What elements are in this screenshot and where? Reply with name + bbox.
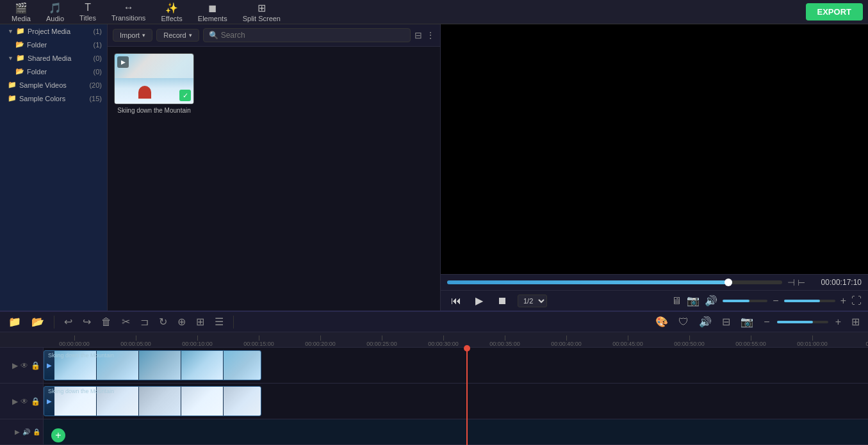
track-lock2-icon[interactable]: 🔒 xyxy=(31,397,40,406)
preview-video xyxy=(441,24,868,274)
tree-item-sample-videos[interactable]: 📁 Sample Videos (20) xyxy=(0,78,107,92)
track-lock-icon[interactable]: 🔒 xyxy=(31,361,40,370)
nav-titles[interactable]: T Titles xyxy=(73,1,102,23)
snapshot-button[interactable]: 📷 xyxy=(737,314,757,329)
track-audio-icon[interactable]: ▶ xyxy=(15,428,20,435)
video-clip-2[interactable]: ▶ Skiing down the Mountain xyxy=(44,386,261,416)
export-button[interactable]: EXPORT xyxy=(806,3,863,20)
tree-item-sample-colors[interactable]: 📁 Sample Colors (15) xyxy=(0,92,107,105)
new-folder-icon[interactable]: 📂 xyxy=(28,314,47,329)
redo-button[interactable]: ↪ xyxy=(79,314,94,329)
track-eye-icon[interactable]: 👁 xyxy=(20,361,28,370)
ruler-mark-10: 00:00:50:00 xyxy=(659,336,720,347)
record-button[interactable]: Record ▾ xyxy=(156,29,199,42)
tl-zoom-in[interactable]: + xyxy=(832,315,844,329)
align-button[interactable]: ☰ xyxy=(211,314,227,329)
import-button[interactable]: Import ▾ xyxy=(113,29,152,42)
tree-item-project-media[interactable]: ▼ 📁 Project Media (1) xyxy=(0,24,107,38)
loop-button[interactable]: ↻ xyxy=(156,314,170,329)
folder-icon-sample-videos: 📁 xyxy=(8,81,17,89)
right-controls: 🖥 📷 🔊 − + ⛶ xyxy=(671,295,862,307)
audio-icon: 🎵 xyxy=(49,2,61,14)
track-row-video1: ▶ 👁 🔒 ▶ Skiing down the Mountain xyxy=(0,348,868,384)
search-input[interactable] xyxy=(221,31,405,40)
main-area: ▼ 📁 Project Media (1) 📂 Folder (1) ▼ 📁 S… xyxy=(0,24,868,311)
skier-figure xyxy=(138,86,151,99)
media-clip-1[interactable]: ▶ ✓ Skiing down the Mountain xyxy=(114,53,194,114)
add-track-button[interactable]: + xyxy=(51,428,65,442)
nav-titles-label: Titles xyxy=(79,14,96,22)
skip-back-button[interactable]: ⏮ xyxy=(447,294,465,308)
folder-icon-shared-sub: 📂 xyxy=(15,67,24,76)
stop-button[interactable]: ⏹ xyxy=(493,294,511,308)
shared-folder-label: Folder xyxy=(27,68,47,76)
tree-item-shared-folder[interactable]: 📂 Folder (0) xyxy=(0,65,107,78)
display-icon[interactable]: 🖥 xyxy=(671,295,682,307)
elements-icon: ◼ xyxy=(208,2,217,14)
tree-item-shared-media[interactable]: ▼ 📁 Shared Media (0) xyxy=(0,51,107,65)
track-video2-icon[interactable]: ▶ xyxy=(12,397,18,406)
trim-in-icon[interactable]: ⊣ xyxy=(787,277,795,287)
track-speaker-icon[interactable]: 🔊 xyxy=(22,428,30,435)
playhead[interactable] xyxy=(466,348,468,445)
zoom-fill xyxy=(784,300,820,302)
fullscreen-icon[interactable]: ⛶ xyxy=(851,295,862,307)
ruler-mark-9: 00:00:45:00 xyxy=(597,336,659,347)
clip2-frame-4 xyxy=(181,387,223,416)
tl-zoom-out[interactable]: − xyxy=(760,315,773,329)
overlay-button[interactable]: ⊕ xyxy=(174,314,189,329)
stabilize-button[interactable]: 🛡 xyxy=(675,315,692,329)
volume-icon[interactable]: 🔊 xyxy=(705,295,717,307)
zoom-in-btn[interactable]: + xyxy=(840,295,846,307)
preview-panel: ⊣ ⊢ 00:00:17:10 ⏮ ▶ ⏹ 1/4 1/2 1 2 4 🖥 📷 … xyxy=(441,24,868,311)
sample-colors-label: Sample Colors xyxy=(19,95,65,102)
ruler-mark-7: 00:00:35:00 xyxy=(474,336,536,347)
tl-grid[interactable]: ⊞ xyxy=(848,314,863,329)
trim-out-icon[interactable]: ⊢ xyxy=(798,277,805,287)
filter-icon[interactable]: ⊟ xyxy=(414,30,422,40)
nav-audio-label: Audio xyxy=(46,15,64,22)
track-lock3-icon[interactable]: 🔒 xyxy=(33,428,40,435)
track-content-video1: ▶ Skiing down the Mountain xyxy=(44,348,868,383)
screenshot-icon[interactable]: 📷 xyxy=(687,295,700,307)
undo-button[interactable]: ↩ xyxy=(61,314,76,329)
nav-elements-label: Elements xyxy=(198,15,227,22)
nav-transitions[interactable]: ↔ Transitions xyxy=(105,1,152,23)
trim-button[interactable]: ⊐ xyxy=(137,314,152,329)
ruler-mark-0: 00:00:00:00 xyxy=(44,336,105,347)
media-toolbar: Import ▾ Record ▾ 🔍 ⊟ ⋮ xyxy=(108,24,440,47)
speed-select[interactable]: 1/4 1/2 1 2 4 xyxy=(518,295,547,307)
ruler-mark-5: 00:00:25:00 xyxy=(351,336,413,347)
nav-audio[interactable]: 🎵 Audio xyxy=(40,1,70,24)
search-box: 🔍 xyxy=(203,28,411,42)
cut-button[interactable]: ✂ xyxy=(119,314,133,329)
nav-split-screen-label: Split Screen xyxy=(243,15,281,22)
play-button[interactable]: ▶ xyxy=(471,293,487,308)
tree-item-project-folder[interactable]: 📂 Folder (1) xyxy=(0,38,107,51)
split-button[interactable]: ⊟ xyxy=(719,314,733,329)
zoom-out-btn[interactable]: − xyxy=(773,295,778,307)
nav-effects[interactable]: ✨ Effects xyxy=(154,1,188,24)
progress-track[interactable] xyxy=(447,280,782,284)
nav-media[interactable]: 🎬 Media xyxy=(5,1,37,24)
record-chevron: ▾ xyxy=(189,32,192,38)
track-video-icon[interactable]: ▶ xyxy=(12,361,18,370)
track-eye2-icon[interactable]: 👁 xyxy=(20,397,28,406)
video-clip-1[interactable]: ▶ Skiing down the Mountain xyxy=(44,350,261,380)
color-button[interactable]: 🎨 xyxy=(652,314,671,329)
nav-media-label: Media xyxy=(12,15,31,22)
audio-button[interactable]: 🔊 xyxy=(696,314,715,329)
nav-split-screen[interactable]: ⊞ Split Screen xyxy=(236,1,287,24)
sample-videos-label: Sample Videos xyxy=(19,81,67,89)
clip-thumbnail: ▶ ✓ xyxy=(114,53,194,104)
volume-slider[interactable] xyxy=(723,300,767,302)
new-project-icon[interactable]: 📁 xyxy=(5,314,24,329)
delete-button[interactable]: 🗑 xyxy=(98,315,115,329)
more-icon[interactable]: ⋮ xyxy=(426,30,435,40)
fit-button[interactable]: ⊞ xyxy=(193,314,208,329)
zoom-slider[interactable] xyxy=(784,300,835,302)
timeline-zoom-slider[interactable] xyxy=(777,321,828,323)
folder-icon-project-sub: 📂 xyxy=(15,40,24,49)
shared-folder-count: (0) xyxy=(94,68,102,76)
nav-elements[interactable]: ◼ Elements xyxy=(192,1,234,24)
